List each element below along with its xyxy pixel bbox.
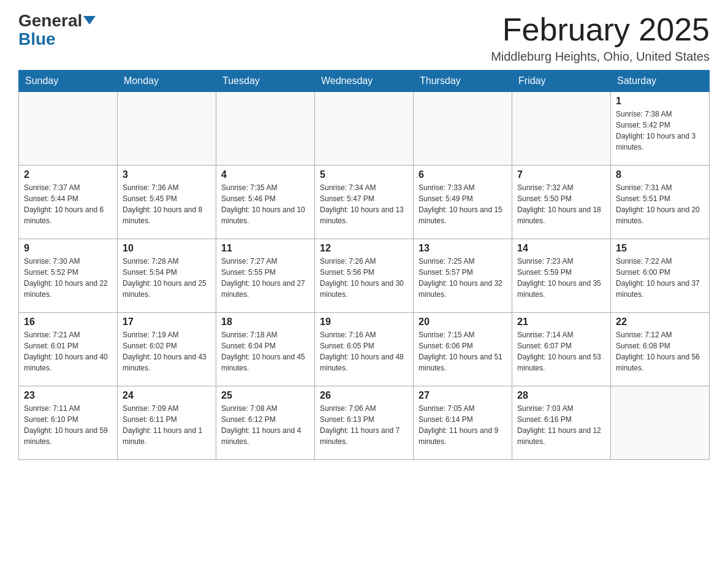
day-number: 20 — [419, 316, 507, 327]
day-number: 26 — [320, 390, 408, 401]
day-number: 12 — [320, 243, 408, 254]
day-number: 4 — [221, 169, 309, 180]
logo: General Blue — [18, 12, 96, 48]
day-number: 18 — [221, 316, 309, 327]
calendar-cell: 19Sunrise: 7:16 AM Sunset: 6:05 PM Dayli… — [315, 313, 414, 386]
day-info: Sunrise: 7:30 AM Sunset: 5:52 PM Dayligh… — [24, 256, 112, 300]
weekday-header-thursday: Thursday — [414, 71, 512, 92]
day-number: 22 — [616, 316, 704, 327]
day-info: Sunrise: 7:36 AM Sunset: 5:45 PM Dayligh… — [123, 182, 211, 226]
weekday-header-saturday: Saturday — [611, 71, 710, 92]
day-info: Sunrise: 7:35 AM Sunset: 5:46 PM Dayligh… — [221, 182, 309, 226]
calendar-cell: 5Sunrise: 7:34 AM Sunset: 5:47 PM Daylig… — [315, 166, 414, 239]
day-info: Sunrise: 7:22 AM Sunset: 6:00 PM Dayligh… — [616, 256, 704, 300]
calendar-cell — [611, 386, 710, 460]
calendar-cell — [512, 92, 611, 166]
day-number: 10 — [123, 243, 211, 254]
calendar-cell: 20Sunrise: 7:15 AM Sunset: 6:06 PM Dayli… — [414, 313, 512, 386]
calendar-cell: 17Sunrise: 7:19 AM Sunset: 6:02 PM Dayli… — [118, 313, 216, 386]
calendar-cell: 9Sunrise: 7:30 AM Sunset: 5:52 PM Daylig… — [19, 239, 118, 313]
day-info: Sunrise: 7:09 AM Sunset: 6:11 PM Dayligh… — [123, 403, 211, 447]
calendar-cell: 8Sunrise: 7:31 AM Sunset: 5:51 PM Daylig… — [611, 166, 710, 239]
day-number: 25 — [221, 390, 309, 401]
weekday-header-wednesday: Wednesday — [315, 71, 414, 92]
title-section: February 2025 Middleburg Heights, Ohio, … — [491, 12, 710, 64]
weekday-header-row: SundayMondayTuesdayWednesdayThursdayFrid… — [19, 71, 710, 92]
day-number: 24 — [123, 390, 211, 401]
day-info: Sunrise: 7:19 AM Sunset: 6:02 PM Dayligh… — [123, 329, 211, 373]
calendar-cell: 22Sunrise: 7:12 AM Sunset: 6:08 PM Dayli… — [611, 313, 710, 386]
day-number: 7 — [517, 169, 605, 180]
calendar-cell: 24Sunrise: 7:09 AM Sunset: 6:11 PM Dayli… — [118, 386, 216, 460]
calendar-cell: 4Sunrise: 7:35 AM Sunset: 5:46 PM Daylig… — [216, 166, 315, 239]
day-info: Sunrise: 7:31 AM Sunset: 5:51 PM Dayligh… — [616, 182, 704, 226]
calendar-cell: 23Sunrise: 7:11 AM Sunset: 6:10 PM Dayli… — [19, 386, 118, 460]
day-info: Sunrise: 7:14 AM Sunset: 6:07 PM Dayligh… — [517, 329, 605, 373]
calendar-cell: 14Sunrise: 7:23 AM Sunset: 5:59 PM Dayli… — [512, 239, 611, 313]
calendar-cell: 13Sunrise: 7:25 AM Sunset: 5:57 PM Dayli… — [414, 239, 512, 313]
day-info: Sunrise: 7:15 AM Sunset: 6:06 PM Dayligh… — [419, 329, 507, 373]
calendar-body: 1Sunrise: 7:38 AM Sunset: 5:42 PM Daylig… — [19, 92, 710, 460]
calendar-cell: 28Sunrise: 7:03 AM Sunset: 6:16 PM Dayli… — [512, 386, 611, 460]
day-info: Sunrise: 7:23 AM Sunset: 5:59 PM Dayligh… — [517, 256, 605, 300]
day-number: 5 — [320, 169, 408, 180]
day-number: 21 — [517, 316, 605, 327]
day-number: 17 — [123, 316, 211, 327]
calendar-cell: 15Sunrise: 7:22 AM Sunset: 6:00 PM Dayli… — [611, 239, 710, 313]
calendar-cell: 25Sunrise: 7:08 AM Sunset: 6:12 PM Dayli… — [216, 386, 315, 460]
calendar-cell: 3Sunrise: 7:36 AM Sunset: 5:45 PM Daylig… — [118, 166, 216, 239]
weekday-header-friday: Friday — [512, 71, 611, 92]
day-info: Sunrise: 7:26 AM Sunset: 5:56 PM Dayligh… — [320, 256, 408, 300]
day-info: Sunrise: 7:05 AM Sunset: 6:14 PM Dayligh… — [419, 403, 507, 447]
calendar-cell: 10Sunrise: 7:28 AM Sunset: 5:54 PM Dayli… — [118, 239, 216, 313]
day-info: Sunrise: 7:03 AM Sunset: 6:16 PM Dayligh… — [517, 403, 605, 447]
day-info: Sunrise: 7:06 AM Sunset: 6:13 PM Dayligh… — [320, 403, 408, 447]
day-number: 27 — [419, 390, 507, 401]
weekday-header-monday: Monday — [118, 71, 216, 92]
calendar-cell: 2Sunrise: 7:37 AM Sunset: 5:44 PM Daylig… — [19, 166, 118, 239]
day-number: 28 — [517, 390, 605, 401]
calendar-cell: 6Sunrise: 7:33 AM Sunset: 5:49 PM Daylig… — [414, 166, 512, 239]
day-number: 15 — [616, 243, 704, 254]
day-number: 23 — [24, 390, 112, 401]
calendar-cell: 7Sunrise: 7:32 AM Sunset: 5:50 PM Daylig… — [512, 166, 611, 239]
calendar-cell: 26Sunrise: 7:06 AM Sunset: 6:13 PM Dayli… — [315, 386, 414, 460]
logo-general: General — [18, 12, 96, 29]
day-info: Sunrise: 7:25 AM Sunset: 5:57 PM Dayligh… — [419, 256, 507, 300]
day-number: 8 — [616, 169, 704, 180]
logo-arrow-icon — [83, 16, 96, 25]
calendar-cell: 18Sunrise: 7:18 AM Sunset: 6:04 PM Dayli… — [216, 313, 315, 386]
weekday-header-sunday: Sunday — [19, 71, 118, 92]
day-info: Sunrise: 7:16 AM Sunset: 6:05 PM Dayligh… — [320, 329, 408, 373]
calendar-subtitle: Middleburg Heights, Ohio, United States — [491, 50, 710, 64]
week-row-1: 1Sunrise: 7:38 AM Sunset: 5:42 PM Daylig… — [19, 92, 710, 166]
logo-blue: Blue — [18, 31, 56, 48]
calendar-cell: 21Sunrise: 7:14 AM Sunset: 6:07 PM Dayli… — [512, 313, 611, 386]
day-number: 11 — [221, 243, 309, 254]
calendar-cell: 12Sunrise: 7:26 AM Sunset: 5:56 PM Dayli… — [315, 239, 414, 313]
day-info: Sunrise: 7:34 AM Sunset: 5:47 PM Dayligh… — [320, 182, 408, 226]
calendar-cell: 16Sunrise: 7:21 AM Sunset: 6:01 PM Dayli… — [19, 313, 118, 386]
calendar-cell — [414, 92, 512, 166]
calendar-cell — [216, 92, 315, 166]
calendar-cell: 11Sunrise: 7:27 AM Sunset: 5:55 PM Dayli… — [216, 239, 315, 313]
day-number: 9 — [24, 243, 112, 254]
week-row-4: 16Sunrise: 7:21 AM Sunset: 6:01 PM Dayli… — [19, 313, 710, 386]
calendar-header: SundayMondayTuesdayWednesdayThursdayFrid… — [19, 71, 710, 92]
day-info: Sunrise: 7:28 AM Sunset: 5:54 PM Dayligh… — [123, 256, 211, 300]
day-number: 13 — [419, 243, 507, 254]
day-info: Sunrise: 7:12 AM Sunset: 6:08 PM Dayligh… — [616, 329, 704, 373]
week-row-2: 2Sunrise: 7:37 AM Sunset: 5:44 PM Daylig… — [19, 166, 710, 239]
day-info: Sunrise: 7:27 AM Sunset: 5:55 PM Dayligh… — [221, 256, 309, 300]
day-number: 14 — [517, 243, 605, 254]
day-number: 6 — [419, 169, 507, 180]
page-header: General Blue February 2025 Middleburg He… — [18, 12, 710, 64]
calendar-table: SundayMondayTuesdayWednesdayThursdayFrid… — [18, 70, 710, 460]
calendar-cell: 27Sunrise: 7:05 AM Sunset: 6:14 PM Dayli… — [414, 386, 512, 460]
day-info: Sunrise: 7:33 AM Sunset: 5:49 PM Dayligh… — [419, 182, 507, 226]
day-number: 16 — [24, 316, 112, 327]
day-number: 1 — [616, 96, 704, 107]
day-info: Sunrise: 7:21 AM Sunset: 6:01 PM Dayligh… — [24, 329, 112, 373]
day-info: Sunrise: 7:32 AM Sunset: 5:50 PM Dayligh… — [517, 182, 605, 226]
day-info: Sunrise: 7:37 AM Sunset: 5:44 PM Dayligh… — [24, 182, 112, 226]
